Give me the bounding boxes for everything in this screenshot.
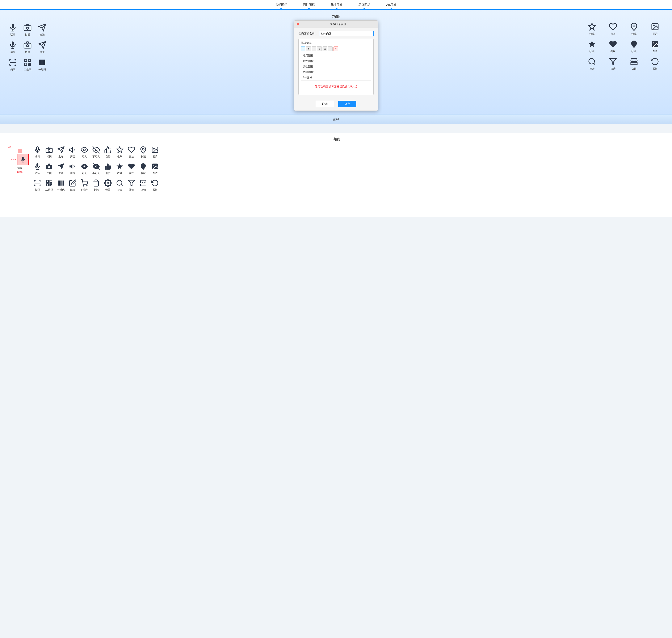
svg-rect-40 [36,147,38,150]
b-thumbup-1: 点赞 [104,146,112,158]
state-item-1[interactable]: 面性图标 [301,58,371,64]
svg-rect-13 [24,63,27,66]
b-undo: 撤销 [151,179,159,192]
svg-marker-57 [69,164,72,169]
svg-rect-0 [12,24,14,28]
bottom-row-1: 话筒 拍照 发送 声音 可见 [34,146,664,158]
svg-point-26 [633,25,635,27]
svg-rect-11 [24,59,27,62]
icon-undo-top: 撤销 [647,57,664,71]
bottom-icons-container: 话筒 拍照 发送 声音 可见 [34,146,664,192]
svg-point-82 [107,182,109,184]
svg-point-81 [87,186,87,186]
svg-rect-72 [51,184,52,185]
toolbar-down[interactable]: ↓ [317,47,322,51]
tab-ant[interactable]: Ant图标 [384,2,398,7]
icon-shop-top: 店铺 [625,57,642,71]
b-camera-2: 拍照 [45,163,53,175]
svg-rect-15 [30,65,31,66]
b-shop: 店铺 [139,179,147,192]
b-thumbup-2: 点赞 [104,163,112,175]
toolbar-add[interactable]: + [301,47,305,51]
state-item-4[interactable]: Ant图标 [301,75,371,80]
state-item-2[interactable]: 线性图标 [301,64,371,69]
svg-rect-68 [47,184,49,186]
b-heart-2: 喜欢 [128,163,135,175]
b-location-1: 收藏 [139,146,147,158]
svg-marker-48 [117,147,123,153]
b-cart: 购物车 [81,179,88,192]
bottom-row-2: 话筒 拍照 发送 声音 可见 [34,163,664,175]
panel-state-section: 面板状态 + ■ ↑ ↓ ⊞ → ✕ 常用图标 面性图标 线性图标 品 [298,39,374,95]
b-eye-2: 可见 [81,163,88,175]
svg-line-34 [594,63,595,65]
modal-hint: 使用动态面板将图标切换分为5大类 [301,81,371,93]
svg-rect-86 [140,184,146,186]
toolbar-delete[interactable]: ✕ [333,47,338,51]
b-sound-2: 声音 [69,163,76,175]
bottom-section: 功能 40px 48px 话筒 100px [0,133,672,217]
toolbar-move[interactable]: → [328,47,333,51]
b-location-2: 收藏 [139,163,147,175]
modal-title: 面板状态管理 [301,22,375,26]
b-filter: 筛选 [128,179,135,192]
cancel-button[interactable]: 取消 [316,101,334,107]
b-mic-2: 话筒 [34,163,41,175]
icon-scan: 扫码 [8,58,17,71]
b-star-1: 收藏 [116,146,123,158]
modal-close-button[interactable] [297,23,299,26]
b-search: 搜索 [116,179,123,192]
tab-regular[interactable]: 常规图标 [274,2,289,7]
bottom-row-3: 扫码 二维码 一维码 编辑 购物车 [34,179,664,192]
modal-titlebar: 面板状态管理 [294,21,378,28]
icon-image-1: 图片 [647,22,664,36]
b-image-1: 图片 [151,146,159,158]
measure-box-label: 话筒 [17,166,22,170]
svg-rect-70 [51,185,52,186]
icon-camera-1: 拍照 [23,23,32,37]
svg-rect-12 [28,59,31,62]
svg-rect-43 [46,148,52,153]
svg-point-44 [48,150,50,152]
measure-box-top [18,149,22,153]
toolbar-up[interactable]: ↑ [312,47,316,51]
tab-brand[interactable]: 品牌图标 [357,2,372,7]
measure-48px-label: 48px [11,158,16,161]
tab-bar: 常规图标 面性图标 线性图标 品牌图标 Ant图标 [0,0,672,10]
panel-state-label: 面板状态 [301,41,371,45]
b-sound-1: 声音 [69,146,76,158]
svg-rect-71 [50,185,51,186]
icon-star-1: 收藏 [584,22,600,36]
b-qrcode: 二维码 [45,179,53,192]
modal-name-input[interactable] [319,31,374,36]
icon-qrcode: 二维码 [23,58,32,71]
icon-mic-1: 话筒 [8,23,17,37]
measure-40px-top: 40px [8,146,14,149]
b-edit: 编辑 [69,179,76,192]
b-image-2: 图片 [151,163,159,175]
icon-barcode: 一维码 [38,58,47,71]
b-mic-1: 话筒 [34,146,41,158]
svg-marker-35 [609,58,616,65]
toolbar-copy[interactable]: ■ [306,47,311,51]
state-list: 常用图标 面性图标 线性图标 品牌图标 Ant图标 [301,53,371,81]
tab-face[interactable]: 面性图标 [301,2,316,7]
svg-rect-5 [12,41,14,46]
b-barcode: 一维码 [57,179,65,192]
b-send-1: 发送 [57,146,65,158]
svg-point-58 [84,166,85,167]
svg-point-49 [142,148,144,150]
svg-rect-14 [28,63,29,64]
svg-marker-61 [117,163,123,169]
confirm-button[interactable]: 确定 [338,101,356,107]
svg-rect-17 [30,63,31,64]
svg-point-33 [589,58,595,64]
tab-line[interactable]: 线性图标 [329,2,344,7]
toolbar-merge[interactable]: ⊞ [323,47,327,51]
modal-toolbar: + ■ ↑ ↓ ⊞ → ✕ [301,47,371,51]
state-item-0[interactable]: 常用图标 [301,53,371,58]
svg-rect-66 [47,180,49,183]
icon-heart-2: 喜欢 [605,40,621,53]
state-item-3[interactable]: 品牌图标 [301,69,371,75]
b-delete: 删除 [92,179,100,192]
